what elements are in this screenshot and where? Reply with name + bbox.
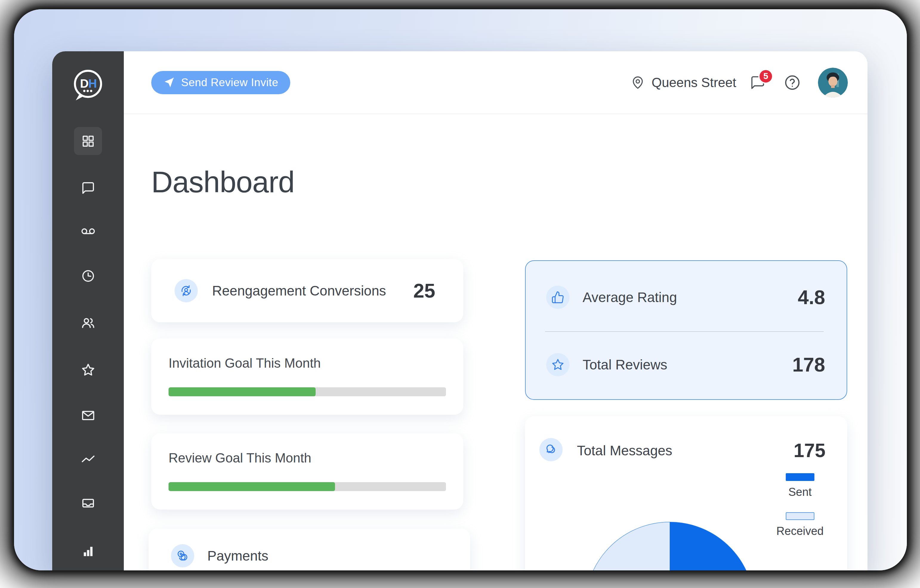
reengagement-icon	[175, 279, 198, 302]
total-messages-value: 175	[794, 439, 825, 462]
bar-chart-icon	[81, 544, 95, 558]
sidebar-item-contacts[interactable]	[74, 309, 102, 337]
average-rating-row: Average Rating 4.8	[546, 286, 825, 309]
page-title: Dashboard	[151, 165, 295, 199]
chat-bubble-icon	[81, 181, 95, 195]
help-circle-icon	[784, 74, 801, 91]
user-avatar[interactable]	[818, 68, 848, 97]
dashboard-content: Dashboard	[124, 114, 868, 570]
review-goal-card: Review Goal This Month	[151, 433, 463, 510]
pie-legend: Sent Received	[776, 473, 824, 538]
review-goal-label: Review Goal This Month	[168, 451, 446, 465]
sidebar-item-history[interactable]	[74, 262, 102, 290]
legend-received-label: Received	[776, 525, 824, 538]
star-icon	[81, 363, 95, 377]
reengagement-label: Reengagement Conversions	[212, 283, 386, 299]
divider	[545, 331, 824, 332]
sidebar-item-email[interactable]	[74, 401, 102, 430]
invitation-goal-card: Invitation Goal This Month	[151, 338, 463, 415]
sidebar-item-analytics[interactable]	[74, 445, 102, 473]
svg-text:H: H	[88, 77, 97, 90]
device-frame: D H	[14, 9, 907, 570]
total-reviews-value: 178	[792, 353, 825, 376]
app-logo: D H	[52, 67, 124, 104]
average-rating-value: 4.8	[798, 286, 825, 309]
legend-sent-label: Sent	[789, 486, 812, 499]
sidebar-item-reviews[interactable]	[74, 356, 102, 384]
review-goal-progress-fill	[168, 482, 335, 491]
payments-label: Payments	[207, 548, 269, 564]
total-reviews-label: Total Reviews	[583, 357, 667, 373]
help-button[interactable]	[784, 74, 801, 91]
sidebar-item-voicemail[interactable]	[74, 217, 102, 246]
review-goal-progress-track	[168, 482, 446, 491]
messages-notification-button[interactable]: 5	[750, 75, 766, 90]
users-icon	[81, 316, 95, 330]
sidebar-item-conversations[interactable]	[74, 174, 102, 202]
topbar-right-cluster: Queens Street 5	[631, 68, 848, 97]
notification-count-badge: 5	[758, 69, 773, 84]
grid-icon	[81, 134, 95, 148]
invitation-goal-progress-track	[168, 387, 446, 396]
app-window: D H	[52, 51, 868, 570]
avatar-image	[818, 68, 848, 97]
legend-sent-swatch	[786, 473, 815, 481]
mail-icon	[81, 409, 95, 423]
sidebar-item-dashboard[interactable]	[74, 127, 102, 155]
location-selector[interactable]: Queens Street	[651, 75, 736, 90]
sidebar-item-inbox[interactable]	[74, 489, 102, 517]
voicemail-icon	[81, 225, 95, 239]
total-reviews-row: Total Reviews 178	[546, 353, 825, 376]
paper-plane-icon	[163, 77, 175, 88]
legend-received-swatch	[786, 512, 815, 520]
location-pin-icon	[631, 76, 645, 90]
topbar: Send Review Invite Queens Street 5	[124, 51, 868, 114]
coins-icon	[171, 544, 194, 567]
thumbs-up-icon	[546, 286, 570, 309]
invitation-goal-label: Invitation Goal This Month	[168, 356, 446, 371]
clock-icon	[81, 269, 95, 283]
invitation-goal-progress-fill	[168, 387, 316, 396]
trend-line-icon	[81, 452, 95, 466]
messages-pie-chart	[583, 519, 757, 570]
reengagement-value: 25	[413, 279, 435, 302]
payments-card: Payments	[149, 529, 470, 570]
reengagement-conversions-card: Reengagement Conversions 25	[151, 259, 463, 322]
svg-text:D: D	[80, 77, 89, 90]
average-rating-label: Average Rating	[583, 289, 677, 305]
total-messages-card: Total Messages 175 Sent Received	[525, 416, 847, 570]
main-area: Send Review Invite Queens Street 5	[124, 51, 868, 570]
double-chat-bubble-icon	[539, 438, 563, 461]
star-icon	[546, 353, 570, 376]
inbox-icon	[81, 496, 95, 510]
speech-bubble-logo-icon: D H	[70, 67, 107, 104]
send-review-invite-button[interactable]: Send Review Invite	[151, 71, 290, 94]
send-review-invite-label: Send Review Invite	[181, 76, 278, 89]
sidebar: D H	[52, 51, 124, 570]
total-messages-label: Total Messages	[577, 443, 672, 459]
rating-summary-card: Average Rating 4.8 Total Reviews 178	[525, 260, 847, 400]
screenshot-root: D H	[0, 0, 920, 588]
sidebar-item-reports[interactable]	[74, 537, 102, 565]
